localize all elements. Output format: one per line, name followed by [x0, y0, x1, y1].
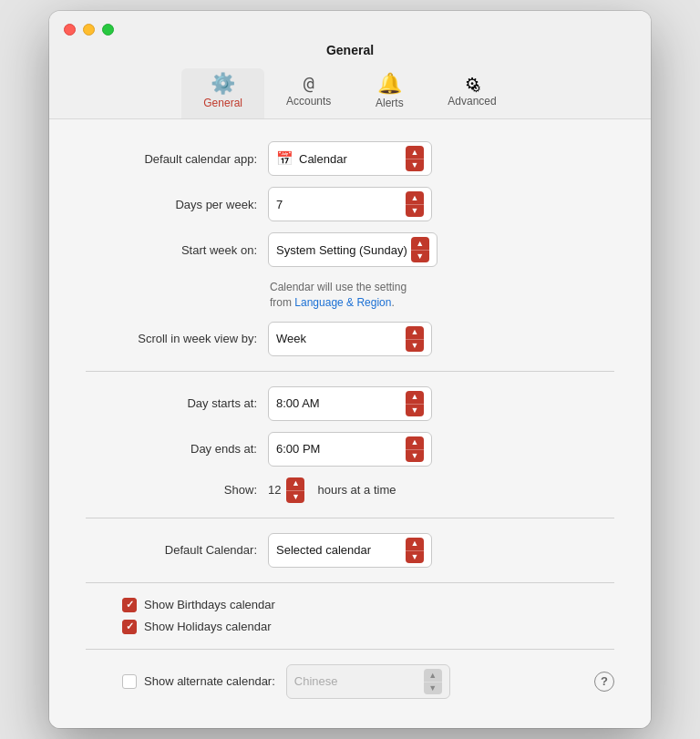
alternate-stepper-down: ▼: [424, 682, 442, 694]
day-ends-select[interactable]: 6:00 PM ▲ ▼: [268, 432, 432, 467]
default-calendar-value: Selected calendar: [276, 543, 371, 557]
advanced-icon: ⚙⚙: [465, 74, 479, 92]
alternate-calendar-label: Show alternate calendar:: [144, 674, 275, 688]
day-starts-stepper-down[interactable]: ▼: [406, 404, 424, 416]
hours-stepper[interactable]: ▲ ▼: [286, 477, 304, 503]
day-ends-stepper[interactable]: ▲ ▼: [406, 436, 424, 462]
day-ends-stepper-down[interactable]: ▼: [406, 449, 424, 462]
minimize-button[interactable]: [83, 24, 95, 36]
hint-line2: from: [270, 296, 292, 309]
content-area: Default calendar app: 📅 Calendar ▲ ▼ Day…: [49, 119, 651, 728]
day-starts-stepper[interactable]: ▲ ▼: [406, 391, 424, 416]
calendar-app-stepper-up[interactable]: ▲: [406, 146, 424, 159]
default-calendar-app-select[interactable]: 📅 Calendar ▲ ▼: [268, 141, 432, 176]
scroll-stepper-up[interactable]: ▲: [406, 326, 424, 339]
day-starts-select[interactable]: 8:00 AM ▲ ▼: [268, 386, 432, 421]
alternate-calendar-row: Show alternate calendar: Chinese ▲ ▼ ?: [86, 664, 614, 699]
default-calendar-stepper-up[interactable]: ▲: [406, 538, 424, 550]
start-week-on-control: System Setting (Sunday) ▲ ▼: [268, 232, 614, 267]
scroll-inner: Week: [276, 332, 306, 345]
show-hours-control: 12 ▲ ▼ hours at a time: [268, 477, 396, 503]
day-starts-inner: 8:00 AM: [276, 396, 320, 410]
default-calendar-app-label: Default calendar app:: [86, 152, 268, 166]
days-per-week-select[interactable]: 7 ▲ ▼: [268, 187, 432, 221]
day-ends-row: Day ends at: 6:00 PM ▲ ▼: [86, 432, 614, 467]
hint-line1: Calendar will use the setting: [270, 281, 407, 293]
hours-stepper-up[interactable]: ▲: [286, 477, 304, 490]
alternate-stepper: ▲ ▼: [424, 669, 442, 694]
birthdays-checkbox[interactable]: ✓: [122, 598, 137, 612]
divider-1: [86, 371, 614, 372]
default-calendar-select[interactable]: Selected calendar ▲ ▼: [268, 533, 432, 568]
days-per-week-stepper[interactable]: ▲ ▼: [406, 191, 424, 217]
calendar-app-value: Calendar: [299, 152, 347, 166]
tab-advanced-label: Advanced: [448, 95, 496, 108]
scroll-value: Week: [276, 332, 306, 345]
days-per-week-value: 7: [276, 198, 283, 211]
hours-value: 12: [268, 483, 281, 497]
days-per-week-row: Days per week: 7 ▲ ▼: [86, 187, 614, 221]
calendar-app-stepper[interactable]: ▲ ▼: [406, 146, 424, 171]
scroll-label: Scroll in week view by:: [86, 332, 268, 345]
start-week-on-select[interactable]: System Setting (Sunday) ▲ ▼: [268, 232, 438, 267]
days-per-week-label: Days per week:: [86, 198, 268, 211]
tab-general-label: General: [203, 97, 242, 109]
hint-line3: .: [391, 296, 394, 309]
close-button[interactable]: [64, 24, 76, 36]
days-per-week-stepper-up[interactable]: ▲: [406, 191, 424, 204]
maximize-button[interactable]: [102, 24, 114, 36]
start-week-on-value: System Setting (Sunday): [276, 243, 407, 257]
calendar-app-stepper-down[interactable]: ▼: [406, 159, 424, 171]
day-starts-stepper-up[interactable]: ▲: [406, 391, 424, 404]
tab-advanced[interactable]: ⚙⚙ Advanced: [426, 68, 518, 118]
start-week-on-row: Start week on: System Setting (Sunday) ▲…: [86, 232, 614, 267]
tab-general[interactable]: ⚙️ General: [181, 68, 264, 118]
preferences-window: General ⚙️ General @ Accounts 🔔 Alerts ⚙…: [49, 11, 651, 728]
default-calendar-label: Default Calendar:: [86, 543, 268, 557]
accounts-icon: @: [304, 74, 314, 92]
holidays-label: Show Holidays calendar: [144, 620, 271, 633]
default-calendar-stepper[interactable]: ▲ ▼: [406, 538, 424, 563]
scroll-row: Scroll in week view by: Week ▲ ▼: [86, 322, 614, 356]
start-week-stepper-down[interactable]: ▼: [411, 250, 429, 262]
show-hours-row: Show: 12 ▲ ▼ hours at a time: [86, 477, 614, 503]
hours-text: hours at a time: [317, 483, 396, 497]
hint-row: Calendar will use the setting from Langu…: [86, 278, 614, 311]
tab-alerts[interactable]: 🔔 Alerts: [353, 68, 426, 118]
divider-4: [86, 649, 614, 650]
alternate-calendar-checkbox[interactable]: [122, 674, 137, 689]
divider-3: [86, 582, 614, 583]
start-week-stepper-up[interactable]: ▲: [411, 237, 429, 250]
tab-bar: ⚙️ General @ Accounts 🔔 Alerts ⚙⚙ Advanc…: [181, 68, 518, 118]
day-ends-label: Day ends at:: [86, 442, 268, 456]
tab-accounts[interactable]: @ Accounts: [264, 68, 353, 118]
hint-spacer: [86, 278, 268, 311]
hours-stepper-down[interactable]: ▼: [286, 490, 304, 503]
day-starts-label: Day starts at:: [86, 396, 268, 410]
day-ends-stepper-up[interactable]: ▲: [406, 436, 424, 449]
default-calendar-inner: Selected calendar: [276, 543, 371, 557]
window-title: General: [326, 43, 374, 57]
alternate-calendar-select: Chinese ▲ ▼: [286, 664, 450, 699]
holidays-row: ✓ Show Holidays calendar: [86, 620, 614, 634]
calendar-app-icon: 📅: [276, 150, 293, 167]
help-button[interactable]: ?: [594, 672, 614, 692]
language-region-link[interactable]: Language & Region: [294, 296, 391, 309]
scroll-select[interactable]: Week ▲ ▼: [268, 322, 432, 356]
days-per-week-stepper-down[interactable]: ▼: [406, 204, 424, 217]
days-per-week-control: 7 ▲ ▼: [268, 187, 614, 221]
default-calendar-row: Default Calendar: Selected calendar ▲ ▼: [86, 533, 614, 568]
scroll-stepper-down[interactable]: ▼: [406, 339, 424, 352]
holidays-checkbox[interactable]: ✓: [122, 620, 137, 634]
alternate-stepper-up: ▲: [424, 669, 442, 682]
birthdays-check-icon: ✓: [126, 599, 134, 611]
start-week-stepper[interactable]: ▲ ▼: [411, 237, 429, 262]
tab-accounts-label: Accounts: [286, 95, 331, 108]
traffic-lights: [64, 24, 114, 36]
alerts-icon: 🔔: [377, 74, 402, 94]
day-ends-inner: 6:00 PM: [276, 442, 320, 456]
show-label: Show:: [86, 483, 268, 497]
scroll-stepper[interactable]: ▲ ▼: [406, 326, 424, 352]
birthdays-label: Show Birthdays calendar: [144, 598, 275, 611]
default-calendar-stepper-down[interactable]: ▼: [406, 550, 424, 563]
